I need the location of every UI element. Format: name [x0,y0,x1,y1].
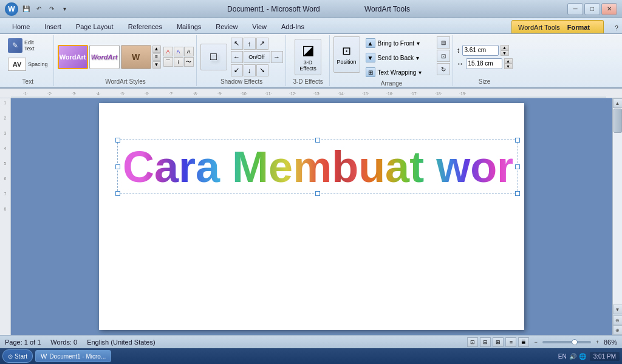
tab-home[interactable]: Home [5,20,37,33]
shadow-down-left[interactable]: ↙ [231,64,243,76]
outline-color-button[interactable]: A [174,47,183,56]
svg-text:·16·: ·16· [386,92,394,96]
scroll-up-button[interactable]: ▲ [613,98,623,108]
language-info: English (United States) [87,339,156,346]
tab-review[interactable]: Review [208,20,245,33]
height-input[interactable] [462,45,499,56]
edit-text-button[interactable]: ✎ EditText [5,36,51,55]
shadow-down-right[interactable]: ↘ [256,64,268,76]
text-wrapping-button[interactable]: ⊞ Text Wrapping ▾ [361,66,434,79]
align-button[interactable]: ⊟ [437,36,450,49]
spacing-button[interactable]: AV Spacing [5,56,51,73]
svg-text:·9·: ·9· [217,92,222,96]
scroll-down-button[interactable]: ▼ [613,305,623,314]
print-layout-button[interactable]: ⊡ [467,337,478,347]
tab-references[interactable]: References [121,20,169,33]
zoom-in-button[interactable]: + [596,339,599,345]
web-layout-button[interactable]: ⊞ [493,337,504,347]
full-screen-button[interactable]: ⊟ [480,337,491,347]
gallery-scroll-down[interactable]: ▼ [152,61,161,69]
bring-front-dropdown[interactable]: ▾ [417,40,420,47]
tab-mailings[interactable]: Mailings [169,20,208,33]
style-extra-2[interactable]: 〜 [184,57,194,67]
svg-text:·17·: ·17· [411,92,418,96]
draft-view-button[interactable]: ≣ [518,337,529,347]
help-button[interactable]: ? [611,22,622,33]
height-spin-down[interactable]: ▼ [501,50,509,56]
wordart-container[interactable]: Cara Membuat word art [117,140,518,194]
width-spin-down[interactable]: ▼ [504,64,513,69]
handle-middle-left[interactable] [115,164,120,169]
shadow-on-button[interactable]: On/Off [244,51,270,63]
gallery-scroll-more[interactable]: ≡ [152,53,161,61]
shadow-down[interactable]: ↓ [244,64,256,76]
bring-front-button[interactable]: ▲ Bring to Front ▾ [361,36,434,50]
shadow-up-left[interactable]: ↖ [231,38,243,50]
scroll-zoom-out[interactable]: ⊖ [613,315,623,325]
group-button[interactable]: ⊡ [437,50,450,62]
tab-format[interactable]: Format [560,21,597,34]
send-back-dropdown[interactable]: ▾ [416,55,419,61]
scroll-zoom-in[interactable]: ⊕ [613,325,623,335]
shape-button[interactable]: ⌒ [163,57,173,67]
save-button[interactable]: 💾 [21,4,32,15]
threed-effects-button[interactable]: ◪ 3-DEffects [295,39,321,75]
svg-text:·12·: ·12· [289,92,296,96]
zoom-out-button[interactable]: − [534,339,537,345]
svg-text:·18·: ·18· [435,92,442,96]
tab-addins[interactable]: Add-Ins [274,20,312,33]
handle-bottom-middle[interactable] [315,191,320,196]
zoom-thumb[interactable] [572,339,578,345]
height-spin-up[interactable]: ▲ [501,45,509,50]
shadow-ctrl-row-1: ↖ ↑ ↗ [231,38,283,50]
rotate-button[interactable]: ↻ [437,63,450,75]
maximize-button[interactable]: □ [584,3,600,15]
scroll-thumb[interactable] [613,109,622,133]
spacing-label: Spacing [28,61,48,67]
ribbon-group-3d: ◪ 3-DEffects 3-D Effects [287,35,330,86]
customize-qa-button[interactable]: ▾ [59,4,70,15]
wordart-style-2[interactable]: WordArt [89,45,120,69]
send-back-button[interactable]: ▼ Send to Back ▾ [361,51,434,64]
close-button[interactable]: ✕ [601,3,617,15]
width-icon: ↔ [457,59,464,68]
minimize-button[interactable]: ─ [567,3,583,15]
shadow-effects-button[interactable]: □ [200,44,227,70]
document-scroll-area[interactable]: Cara Membuat word art [11,98,612,335]
style-extra-1[interactable]: ≀ [174,57,183,67]
effects-button[interactable]: A [184,47,194,56]
handle-top-middle[interactable] [315,138,320,143]
width-input[interactable] [466,58,502,69]
shadow-left[interactable]: ← [231,51,243,63]
wordart-style-3[interactable]: W [121,45,151,69]
word-logo: W [5,2,18,16]
status-bar: Page: 1 of 1 Words: 0 English (United St… [0,335,622,348]
handle-bottom-right[interactable] [515,191,520,196]
wordart-style-1[interactable]: WordArt [58,45,88,69]
position-button[interactable]: ⊡ Position [333,36,360,73]
undo-button[interactable]: ↶ [33,4,44,15]
tab-page-layout[interactable]: Page Layout [69,20,121,33]
zoom-slider[interactable] [542,341,591,343]
fill-color-button[interactable]: A [163,47,173,56]
bring-front-icon: ▲ [366,38,375,48]
shadow-up-right[interactable]: ↗ [256,38,268,50]
width-spin-up[interactable]: ▲ [504,58,513,64]
tab-insert[interactable]: Insert [37,20,69,33]
handle-top-left[interactable] [115,138,120,143]
taskbar-app-word[interactable]: W Document1 - Micro... [35,350,111,362]
handle-top-right[interactable] [515,138,520,143]
redo-button[interactable]: ↷ [46,4,57,15]
horizontal-ruler: ·1··2· ·3··4· ·5··6· ·7··8· ·9··10· ·11·… [0,89,622,98]
start-button[interactable]: ⊙ Start [2,349,33,363]
shadow-up[interactable]: ↑ [244,38,256,50]
outline-view-button[interactable]: ≡ [505,337,516,347]
tab-view[interactable]: View [245,20,274,33]
scroll-track[interactable] [613,108,622,305]
handle-bottom-left[interactable] [115,191,120,196]
taskbar-apps: W Document1 - Micro... [35,350,556,362]
text-wrap-dropdown[interactable]: ▾ [419,69,422,76]
shadow-right[interactable]: → [271,51,283,63]
system-clock[interactable]: 3:01 PM [590,352,620,361]
gallery-scroll-up[interactable]: ▲ [152,46,161,53]
